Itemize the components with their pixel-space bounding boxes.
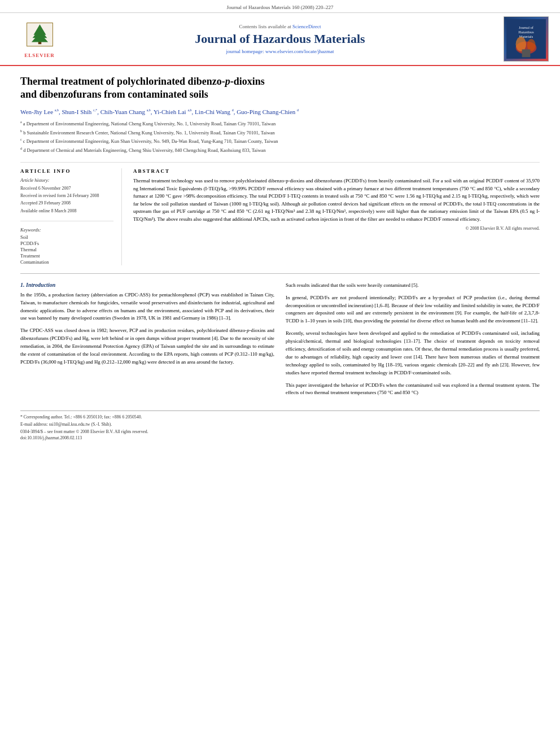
body-right-column: Such results indicated that the soils we…	[286, 282, 540, 402]
journal-reference: Journal of Hazardous Materials 160 (2008…	[0, 0, 560, 13]
sciencedirect-line: Contents lists available at ScienceDirec…	[79, 24, 481, 29]
svg-rect-12	[522, 49, 531, 57]
keyword-thermal: Thermal	[20, 247, 113, 252]
history-title: Article history:	[20, 177, 113, 183]
sciencedirect-label: Contents lists available at	[239, 24, 291, 29]
svg-text:Hazardous: Hazardous	[518, 30, 534, 34]
elsevier-logo-block: ELSEVIER	[11, 20, 68, 58]
keywords-title: Keywords:	[20, 227, 113, 233]
body-content: 1. Introduction In the 1950s, a producti…	[20, 282, 540, 402]
authors-line: Wen-Jhy Lee a,b, Shun-I Shih c,*, Chih-Y…	[20, 107, 540, 117]
info-abstract-section: ARTICLE INFO Article history: Received 6…	[20, 162, 540, 265]
body-para6: This paper investigated the behavior of …	[286, 382, 540, 397]
copyright-text: © 2008 Elsevier B.V. All rights reserved…	[133, 226, 540, 231]
body-divider	[20, 273, 540, 274]
page-wrapper: Journal of Hazardous Materials 160 (2008…	[0, 0, 560, 747]
body-para5: Recently, several technologies have been…	[286, 330, 540, 377]
journal-cover-image: Journal of Hazardous Materials	[504, 16, 549, 62]
abstract-column: ABSTRACT Thermal treatment technology wa…	[133, 168, 540, 265]
body-para1: In the 1950s, a production factory (abbr…	[20, 291, 274, 323]
body-left-column: 1. Introduction In the 1950s, a producti…	[20, 282, 274, 402]
keyword-contamination: Contamination	[20, 259, 113, 265]
journal-title: Journal of Hazardous Materials	[79, 32, 481, 46]
keyword-pcddf: PCDD/Fs	[20, 241, 113, 246]
journal-cover-block: Journal of Hazardous Materials	[492, 16, 549, 62]
section1-heading: 1. Introduction	[20, 282, 274, 288]
body-para2: The CPDC-ASS was closed down in 1982; ho…	[20, 327, 274, 366]
svg-text:Journal of: Journal of	[519, 25, 534, 29]
main-content: Thermal treatment of polychlorinated dib…	[0, 66, 560, 453]
journal-header-row: ELSEVIER Contents lists available at Sci…	[0, 13, 560, 66]
cover-svg: Journal of Hazardous Materials	[506, 18, 546, 60]
journal-title-block: Contents lists available at ScienceDirec…	[68, 24, 492, 54]
aff-c: c c Department of Environmental Engineer…	[20, 137, 540, 145]
article-info-label: ARTICLE INFO	[20, 168, 113, 174]
body-para4: In general, PCDD/Fs are not produced int…	[286, 294, 540, 326]
doi-line: doi:10.1016/j.jhazmat.2008.02.113	[20, 435, 540, 440]
journal-ref-text: Journal of Hazardous Materials 160 (2008…	[227, 5, 334, 10]
email-address: E-mail address: ssi10@mail.ksu.edu.tw (S…	[20, 422, 540, 428]
journal-homepage: journal homepage: www.elsevier.com/locat…	[79, 49, 481, 54]
elsevier-logo: ELSEVIER	[24, 20, 55, 58]
keyword-soil: Soil	[20, 234, 113, 240]
elsevier-text: ELSEVIER	[24, 53, 55, 58]
article-info-column: ARTICLE INFO Article history: Received 6…	[20, 168, 122, 265]
keyword-treatment: Treatment	[20, 253, 113, 259]
paper-title: Thermal treatment of polychlorinated dib…	[20, 75, 540, 102]
elsevier-tree-icon	[24, 20, 55, 51]
article-history-block: Article history: Received 6 November 200…	[20, 177, 113, 221]
footnotes-section: * Corresponding author. Tel.: +886 6 205…	[20, 410, 540, 440]
body-para3: Such results indicated that the soils we…	[286, 282, 540, 290]
issn-line: 0304-3894/$ – see front matter © 2008 El…	[20, 429, 540, 434]
affiliations-block: a a Department of Environmental Engineer…	[20, 120, 540, 154]
svg-point-10	[516, 37, 526, 51]
abstract-text: Thermal treatment technology was used to…	[133, 177, 540, 224]
aff-b: b b Sustainable Environment Research Cen…	[20, 129, 540, 137]
received-date: Received 6 November 2007	[20, 185, 113, 191]
aff-a: a a Department of Environmental Engineer…	[20, 120, 540, 128]
keywords-block: Keywords: Soil PCDD/Fs Thermal Treatment…	[20, 227, 113, 265]
revised-date: Received in revised form 24 February 200…	[20, 193, 113, 199]
corresponding-author: * Corresponding author. Tel.: +886 6 205…	[20, 414, 540, 421]
accepted-date: Accepted 29 February 2008	[20, 200, 113, 206]
available-date: Available online 8 March 2008	[20, 208, 113, 214]
abstract-label: ABSTRACT	[133, 168, 540, 174]
homepage-link[interactable]: journal homepage: www.elsevier.com/locat…	[226, 49, 334, 54]
sciencedirect-link[interactable]: ScienceDirect	[292, 24, 321, 29]
aff-d: d d Department of Chemical and Materials…	[20, 146, 540, 154]
